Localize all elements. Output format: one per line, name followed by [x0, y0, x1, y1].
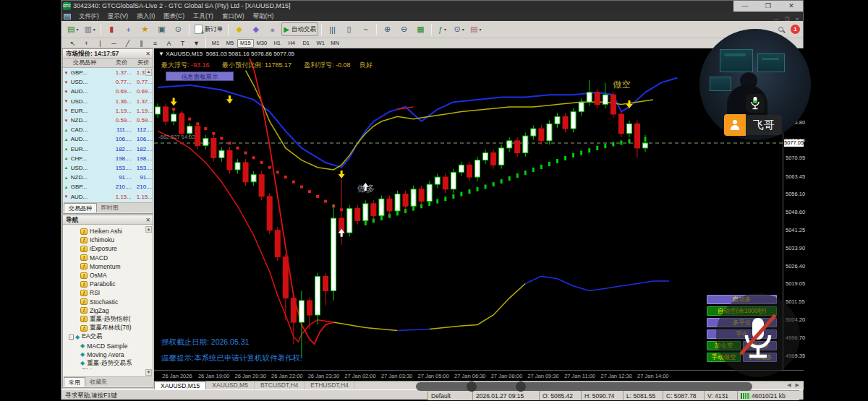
market-watch-close-icon[interactable]: ✕ — [145, 49, 150, 59]
menu-item-1[interactable]: 显示(V) — [103, 12, 132, 21]
text-tool[interactable]: A — [163, 39, 175, 48]
navigator-item[interactable]: fParabolic — [63, 280, 153, 288]
column-header-2[interactable]: 买价 — [127, 59, 149, 67]
horizontal-line-tool[interactable]: ─ — [108, 39, 120, 48]
tab-scroll-arrows[interactable]: ◀ ▶ — [787, 382, 801, 388]
terminal-button[interactable]: ▣ — [154, 22, 169, 36]
timeframe-d1[interactable]: D1 — [299, 39, 313, 48]
new-chart-button[interactable]: ▤▾ — [65, 22, 80, 36]
timeframe-h1[interactable]: H1 — [270, 39, 284, 48]
navigator-item[interactable]: +◆脚本 — [63, 368, 153, 369]
menu-item-5[interactable]: 窗口(W) — [218, 12, 249, 21]
seekbar-knob[interactable] — [516, 381, 526, 392]
vertical-line-tool[interactable]: | — [94, 39, 106, 48]
market-watch-row[interactable]: ▼AUD...1.15...1.15... — [63, 191, 153, 201]
column-header-1[interactable]: 卖价 — [103, 59, 127, 67]
time-axis[interactable]: 26 Jan 202626 Jan 19:0026 Jan 20:3026 Ja… — [154, 370, 804, 381]
navigator-item[interactable]: ◆MACD Sample — [63, 341, 153, 350]
mic-on-icon[interactable] — [746, 94, 765, 113]
recording-seekbar[interactable] — [416, 382, 752, 391]
experts-button[interactable]: ◆ — [248, 22, 263, 36]
navigator-item[interactable]: fMomentum — [63, 262, 153, 271]
market-watch-row[interactable]: ▲EUR...182....182.... — [63, 145, 153, 154]
navigator-item[interactable]: −◆EA交易 — [63, 332, 153, 341]
zoom-out-button[interactable]: ⊖ — [396, 22, 412, 36]
periods-button[interactable]: ⊙▾ — [451, 22, 467, 36]
close-button[interactable]: ✕ — [783, 1, 799, 12]
market-watch-button[interactable]: ▮ — [104, 22, 119, 36]
chart-area[interactable]: 做空做多 ▼ XAUUSD,M15 5081.03 5081.16 5076.8… — [154, 48, 783, 370]
menu-item-3[interactable]: 图表(C) — [159, 12, 189, 21]
market-watch-row[interactable]: ▼GBP...1.37...1.37... — [63, 68, 153, 77]
seekbar-knob[interactable] — [467, 381, 477, 392]
channel-tool[interactable]: ∥ — [135, 39, 148, 48]
maximize-button[interactable]: ❐ — [760, 1, 776, 12]
market-watch-row[interactable]: ▼USD...0.77...0.77... — [63, 77, 153, 87]
bar-chart-button[interactable]: ||| — [325, 22, 340, 36]
cursor-tool[interactable]: ↖ — [67, 39, 79, 48]
mic-muted-icon[interactable] — [716, 293, 800, 377]
navigator-scroll-down[interactable]: ▼ — [145, 369, 152, 376]
market-watch-row[interactable]: ▲AUD...106....106.... — [63, 134, 153, 144]
chart-tab-XAUUSD,M15[interactable]: XAUUSD,M15 — [154, 381, 206, 389]
navigator-item[interactable]: ◆Moving Avera — [63, 350, 153, 359]
navigator-item[interactable]: fiExposure — [63, 244, 153, 253]
market-watch-row[interactable]: ▲USD...153....153.... — [63, 163, 153, 173]
market-watch-row[interactable]: ▼AUD...0.69...0.69... — [63, 87, 153, 96]
arrows-tool[interactable]: ▼ — [190, 39, 203, 48]
navigator-item[interactable]: fIchimoku — [63, 236, 153, 244]
navigator-item[interactable]: fMACD — [63, 254, 153, 262]
zoom-in-button[interactable]: ⊕ — [380, 22, 395, 36]
search-icon[interactable] — [778, 27, 786, 34]
navigator-item[interactable]: fHeiken Ashi — [63, 227, 153, 236]
chart-tab-XAUUSD,M5[interactable]: XAUUSD,M5 — [206, 381, 255, 389]
navigator-item[interactable]: fZigZag — [63, 306, 153, 315]
alerts-button[interactable]: ● — [265, 22, 280, 36]
timeframe-mn[interactable]: MN — [328, 39, 342, 48]
data-window-button[interactable]: + — [121, 22, 136, 36]
market-watch-row[interactable]: ▼EUR...1.19...1.19... — [63, 106, 153, 116]
chart-tab-BTCUSDT,H4[interactable]: BTCUSDT,H4 — [255, 381, 305, 389]
line-chart-button[interactable]: ~ — [358, 22, 373, 36]
info-panel-toggle-button[interactable]: 信息面板展示 — [166, 72, 234, 81]
strategy-tester-button[interactable]: ⊙ — [171, 22, 186, 36]
menu-item-4[interactable]: 工具(T) — [189, 12, 218, 21]
navigator-item[interactable]: ◆重赢-趋势交易系 — [63, 359, 153, 368]
navigator-item[interactable]: fRSI — [63, 288, 153, 297]
market-watch-tab-即时图[interactable]: 即时图 — [97, 203, 123, 212]
menu-item-2[interactable]: 插入(I) — [132, 12, 159, 21]
market-watch-scroll-up[interactable]: ▲ — [145, 69, 152, 76]
crosshair-tool[interactable]: + — [80, 39, 93, 48]
navigator-button[interactable]: ★ — [137, 22, 153, 36]
new-order-button[interactable]: +新订单 — [192, 22, 226, 36]
timeframe-w1[interactable]: W1 — [313, 39, 328, 48]
menu-item-6[interactable]: 帮助(H) — [249, 12, 278, 21]
templates-button[interactable]: ▤▾ — [468, 22, 483, 36]
navigator-tab-收藏夹[interactable]: 收藏夹 — [85, 377, 111, 387]
minimize-button[interactable]: — — [737, 1, 753, 12]
navigator-item[interactable]: f重赢布林线(78) — [63, 324, 153, 332]
market-watch-row[interactable]: ▼USD...1.36...1.37... — [63, 97, 153, 106]
timeframe-m15[interactable]: M15 — [237, 39, 254, 48]
navigator-scroll-up[interactable]: ▲ — [145, 226, 152, 233]
menu-item-0[interactable]: 文件(F) — [75, 12, 103, 21]
market-watch-tab-交易品种[interactable]: 交易品种 — [64, 203, 97, 212]
market-watch-row[interactable]: ▲CAD...111....112.... — [63, 125, 153, 134]
title-bar[interactable]: GTC 3042340: GTCGlobalSA-Live 2 - GTC Gl… — [61, 1, 803, 12]
navigator-item[interactable]: f重赢-趋势指标( — [63, 315, 153, 324]
navigator-item[interactable]: fOsMA — [63, 271, 153, 280]
market-watch-row[interactable]: ▼NZD...0.59...0.59... — [63, 116, 153, 125]
timeframe-m30[interactable]: M30 — [254, 39, 271, 48]
metaeditor-button[interactable]: ◆ — [231, 22, 247, 36]
navigator-item[interactable]: fStochastic — [63, 298, 153, 306]
indicators-button[interactable]: ƒ▾ — [435, 22, 450, 36]
market-watch-row[interactable]: ▲NZD...91....91.... — [63, 173, 153, 182]
tile-windows-button[interactable]: ▦ — [413, 22, 428, 36]
timeframe-h4[interactable]: H4 — [284, 39, 299, 48]
timeframe-m1[interactable]: M1 — [208, 39, 223, 48]
autotrading-button[interactable]: ▶自动交易 — [281, 22, 318, 36]
market-watch-row[interactable]: ▲GBP...210....210.... — [63, 182, 153, 191]
tree-expand-icon[interactable]: − — [69, 335, 74, 340]
trendline-tool[interactable]: ╱ — [122, 39, 134, 48]
candlestick-chart-button[interactable]: ▯ — [341, 22, 357, 36]
